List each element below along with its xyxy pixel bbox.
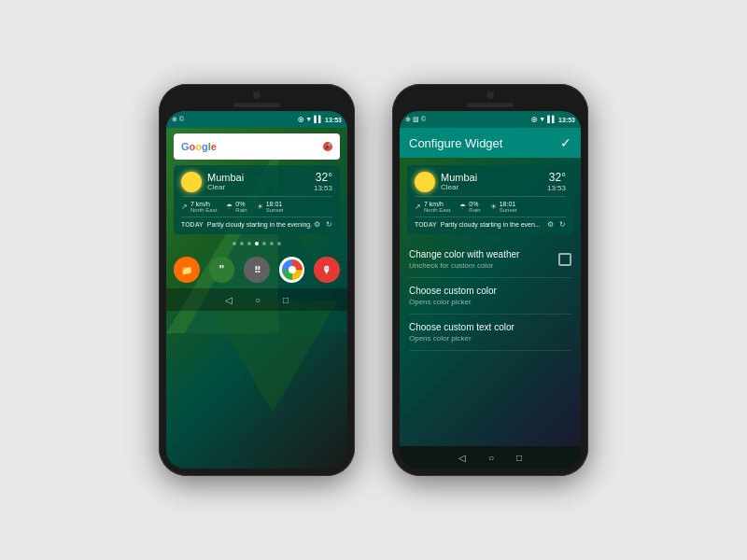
status-bar-1: ⊕ © ◎ ▼ ▌▌ 13:53 — [166, 111, 347, 128]
rain-info-2: 0% Rain — [469, 201, 480, 213]
rain-info-1: 0% Rain — [235, 201, 247, 213]
status-icons-left-1: ⊕ © — [172, 116, 184, 123]
color-weather-checkbox[interactable] — [558, 253, 571, 266]
configure-options: Change color with weather Uncheck for cu… — [400, 242, 581, 351]
city-details-2: Mumbai Clear — [441, 172, 477, 191]
city-desc-1: Clear — [207, 183, 244, 191]
timestamp-1: 13:53 — [314, 184, 332, 192]
mic-icon[interactable]: 🎤 — [323, 142, 332, 151]
widget-bottom-row-2: TODAY Partly cloudy starting in the even… — [415, 217, 566, 229]
app-icon-files[interactable]: 📁 — [174, 257, 200, 283]
google-g: G — [181, 141, 190, 152]
temp-time-2: 32° 13:53 — [547, 171, 566, 192]
phone-camera-2 — [486, 91, 494, 99]
home-screen: ⊕ © ◎ ▼ ▌▌ 13:53 Google 🎤 — [166, 111, 347, 469]
dot-3 — [247, 242, 251, 245]
wind-info-1: 7 km/h North East — [190, 201, 217, 213]
home-button-1[interactable]: ○ — [255, 295, 261, 305]
status-time-2: 13:53 — [558, 117, 575, 123]
confirm-button[interactable]: ✓ — [560, 135, 571, 150]
status-left-2: ⊕ ▨ © — [405, 116, 426, 123]
nav-bar-2: ◁ ○ □ — [400, 446, 581, 469]
dot-5 — [262, 242, 266, 245]
status-right-2: ◎ ▼ ▌▌ 13:53 — [531, 116, 575, 123]
today-label-2: TODAY — [415, 221, 437, 228]
sunset-time-1: 18:01 — [266, 201, 284, 207]
rain-value-2: 0% — [469, 201, 480, 207]
wind-dir-1: North East — [190, 207, 217, 213]
back-button-2[interactable]: ◁ — [458, 453, 466, 463]
dot-7 — [277, 242, 281, 245]
sunset-icon-2: ☀ — [490, 203, 497, 211]
temp-time-1: 32° 13:53 — [314, 171, 332, 192]
wind-dir-2: North East — [424, 207, 450, 213]
recent-button-2[interactable]: □ — [516, 453, 522, 463]
status-left-icons-1: ⊕ © — [172, 116, 184, 123]
sunset-icon-1: ☀ — [257, 203, 263, 211]
nav-bar-1: ◁ ○ □ — [166, 288, 347, 311]
configure-screen: ⊕ ▨ © ◎ ▼ ▌▌ 13:53 Configure Widget ✓ — [400, 111, 581, 469]
config-option-subtitle-0: Uncheck for custom color — [409, 261, 558, 270]
widget-bottom-row-1: TODAY Partly cloudy starting in the even… — [181, 217, 332, 229]
widget-mid-row-1: ↗ 7 km/h North East ☂ 0% Rain — [181, 196, 332, 213]
chrome-center — [289, 266, 296, 273]
config-option-text-color[interactable]: Choose custom text color Opens color pic… — [409, 315, 571, 351]
rain-stat-1: ☂ 0% Rain — [226, 201, 247, 213]
phone-1: ⊕ © ◎ ▼ ▌▌ 13:53 Google 🎤 — [159, 84, 355, 476]
bg-shape-3 — [207, 301, 338, 413]
rain-icon-2: ☂ — [459, 203, 466, 211]
app-icon-chrome[interactable] — [279, 257, 305, 283]
configure-header: Configure Widget ✓ — [400, 128, 581, 158]
settings-icon-1[interactable]: ⚙ — [314, 220, 320, 229]
configure-title: Configure Widget — [409, 136, 502, 150]
today-label-1: TODAY — [181, 221, 204, 228]
config-option-title-0: Change color with weather — [409, 249, 558, 259]
wind-stat-2: ↗ 7 km/h North East — [415, 201, 450, 213]
widget-city-info-1: Mumbai Clear — [181, 172, 244, 192]
status-icons-right-1: ◎ ▼ ▌▌ — [298, 116, 323, 123]
dot-6 — [270, 242, 274, 245]
city-name-1: Mumbai — [207, 172, 244, 183]
refresh-icon-2[interactable]: ↻ — [559, 220, 566, 229]
config-option-subtitle-2: Opens color picker — [409, 334, 571, 343]
timestamp-2: 13:53 — [547, 184, 566, 192]
google-search-bar[interactable]: Google 🎤 — [174, 133, 340, 160]
temperature-1: 32° — [314, 171, 332, 184]
city-details-1: Mumbai Clear — [207, 172, 244, 191]
app-dock-1: 📁 " ⠿ 🎙 — [166, 251, 347, 288]
phone-speaker-1 — [233, 103, 280, 107]
dot-2 — [240, 242, 244, 245]
refresh-icon-1[interactable]: ↻ — [326, 220, 332, 229]
settings-icon-2[interactable]: ⚙ — [547, 220, 554, 229]
config-option-color-weather[interactable]: Change color with weather Uncheck for cu… — [409, 242, 571, 278]
status-bar-2: ⊕ ▨ © ◎ ▼ ▌▌ 13:53 — [400, 111, 581, 128]
app-icon-podcast[interactable]: 🎙 — [314, 257, 340, 283]
widget-mid-row-2: ↗ 7 km/h North East ☂ 0% Rain — [415, 196, 566, 213]
rain-icon-1: ☂ — [226, 203, 233, 211]
forecast-text-2: Partly cloudy starting in the even... — [441, 221, 547, 228]
rain-value-1: 0% — [235, 201, 247, 207]
weather-widget-1: Mumbai Clear 32° 13:53 ↗ 7 km/h N — [174, 165, 340, 234]
config-option-custom-color[interactable]: Choose custom color Opens color picker — [409, 278, 571, 315]
phone-screen-1: ⊕ © ◎ ▼ ▌▌ 13:53 Google 🎤 — [166, 111, 347, 469]
config-option-text-color-text: Choose custom text color Opens color pic… — [409, 322, 571, 343]
status-icons-right-2: ◎ ▼ ▌▌ — [531, 116, 557, 123]
rain-label-1: Rain — [235, 207, 247, 213]
sunset-label-1: Sunset — [266, 207, 284, 213]
page-dots-1 — [166, 242, 347, 245]
home-button-2[interactable]: ○ — [488, 453, 494, 463]
widget-actions-2: ⚙ ↻ — [547, 220, 566, 229]
back-button-1[interactable]: ◁ — [225, 295, 233, 305]
phone-speaker-2 — [467, 103, 514, 107]
app-icon-messages[interactable]: " — [209, 257, 235, 283]
forecast-text-1: Partly cloudy starting in the evening. — [207, 221, 314, 228]
config-option-color-weather-text: Change color with weather Uncheck for cu… — [409, 249, 558, 270]
widget-city-info-2: Mumbai Clear — [415, 172, 477, 192]
dot-1 — [233, 242, 236, 245]
rain-stat-2: ☂ 0% Rain — [459, 201, 480, 213]
sun-icon-2 — [415, 172, 435, 192]
recent-button-1[interactable]: □ — [283, 295, 289, 305]
app-icon-apps[interactable]: ⠿ — [244, 257, 270, 283]
google-e: e — [211, 141, 217, 152]
wind-speed-1: 7 km/h — [190, 201, 217, 207]
